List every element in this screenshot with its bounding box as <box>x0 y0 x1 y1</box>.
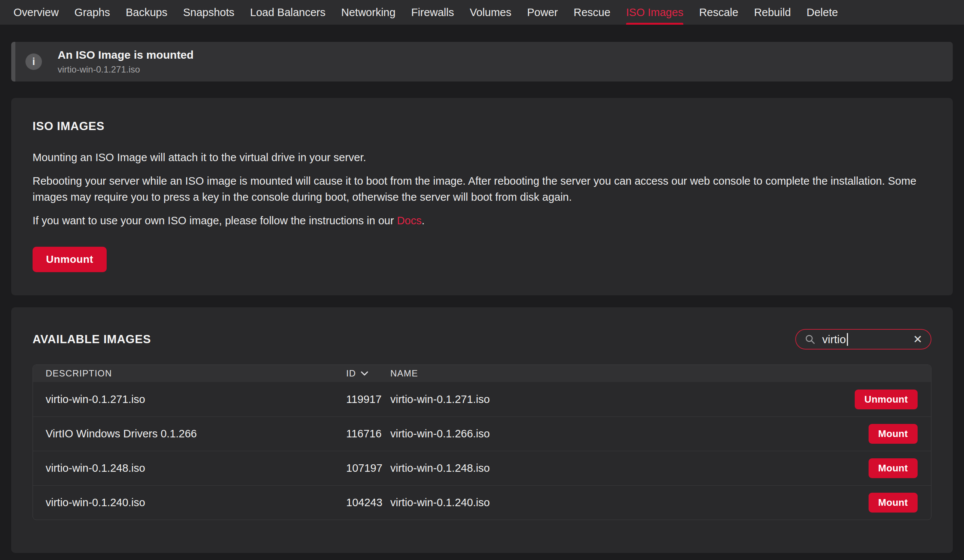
tab-graphs[interactable]: Graphs <box>75 0 110 25</box>
text-caret <box>847 333 848 346</box>
banner-mounted-iso-name: virtio-win-0.1.271.iso <box>58 64 194 75</box>
column-header-id[interactable]: ID <box>346 368 390 379</box>
column-header-name[interactable]: NAME <box>390 368 918 379</box>
page-content: i An ISO Image is mounted virtio-win-0.1… <box>0 25 964 560</box>
iso-images-card: ISO IMAGES Mounting an ISO Image will at… <box>11 98 953 295</box>
images-table-body: virtio-win-0.1.271.iso 119917 virtio-win… <box>33 382 931 519</box>
server-tab-bar: OverviewGraphsBackupsSnapshotsLoad Balan… <box>0 0 964 25</box>
column-header-description[interactable]: DESCRIPTION <box>46 368 346 379</box>
tab-volumes[interactable]: Volumes <box>470 0 511 25</box>
tab-rescale[interactable]: Rescale <box>699 0 738 25</box>
clear-search-icon[interactable]: ✕ <box>913 334 922 345</box>
row-name: virtio-win-0.1.266.iso <box>390 428 869 440</box>
tab-iso-images[interactable]: ISO Images <box>626 0 683 25</box>
banner-accent-bar <box>11 42 15 81</box>
docs-link[interactable]: Docs <box>397 214 422 227</box>
row-description: VirtIO Windows Drivers 0.1.266 <box>46 428 346 440</box>
info-icon: i <box>26 54 42 70</box>
iso-paragraph-2: Rebooting your server while an ISO image… <box>33 173 931 205</box>
tab-networking[interactable]: Networking <box>341 0 396 25</box>
images-table: DESCRIPTION ID NAME virtio-win-0.1.271.i… <box>33 365 931 520</box>
row-action-button[interactable]: Mount <box>869 458 918 478</box>
search-value: virtio <box>822 333 846 346</box>
row-action-button[interactable]: Mount <box>869 424 918 444</box>
tab-power[interactable]: Power <box>527 0 558 25</box>
row-description: virtio-win-0.1.271.iso <box>46 393 346 406</box>
tab-backups[interactable]: Backups <box>126 0 167 25</box>
tab-delete[interactable]: Delete <box>806 0 838 25</box>
row-id: 104243 <box>346 497 390 509</box>
table-row: VirtIO Windows Drivers 0.1.266 116716 vi… <box>33 416 931 451</box>
chevron-down-icon <box>360 371 369 376</box>
table-row: virtio-win-0.1.271.iso 119917 virtio-win… <box>33 382 931 416</box>
row-id: 107197 <box>346 462 390 474</box>
iso-images-heading: ISO IMAGES <box>33 120 931 133</box>
banner-title: An ISO Image is mounted <box>58 49 194 61</box>
available-images-heading: AVAILABLE IMAGES <box>33 333 151 346</box>
search-input[interactable]: virtio ✕ <box>795 329 931 349</box>
tab-load-balancers[interactable]: Load Balancers <box>250 0 326 25</box>
row-name: virtio-win-0.1.240.iso <box>390 497 869 509</box>
row-id: 119917 <box>346 393 390 406</box>
table-row: virtio-win-0.1.240.iso 104243 virtio-win… <box>33 485 931 519</box>
tab-rescue[interactable]: Rescue <box>574 0 611 25</box>
tab-firewalls[interactable]: Firewalls <box>411 0 454 25</box>
tab-snapshots[interactable]: Snapshots <box>183 0 234 25</box>
tab-overview[interactable]: Overview <box>13 0 59 25</box>
row-description: virtio-win-0.1.240.iso <box>46 497 346 509</box>
iso-paragraph-1: Mounting an ISO Image will attach it to … <box>33 149 931 166</box>
unmount-button[interactable]: Unmount <box>33 247 107 272</box>
row-name: virtio-win-0.1.248.iso <box>390 462 869 474</box>
row-action-button[interactable]: Mount <box>869 493 918 513</box>
iso-paragraph-3: If you want to use your own ISO image, p… <box>33 213 931 229</box>
row-description: virtio-win-0.1.248.iso <box>46 462 346 474</box>
row-name: virtio-win-0.1.271.iso <box>390 393 855 406</box>
table-row: virtio-win-0.1.248.iso 107197 virtio-win… <box>33 451 931 485</box>
row-id: 116716 <box>346 428 390 440</box>
mounted-iso-banner: i An ISO Image is mounted virtio-win-0.1… <box>11 42 953 81</box>
search-icon <box>804 333 816 346</box>
available-images-card: AVAILABLE IMAGES virtio ✕ DESCRIPTION ID <box>11 307 953 553</box>
images-table-header: DESCRIPTION ID NAME <box>33 365 931 382</box>
row-action-button[interactable]: Unmount <box>855 390 918 409</box>
tab-rebuild[interactable]: Rebuild <box>754 0 791 25</box>
